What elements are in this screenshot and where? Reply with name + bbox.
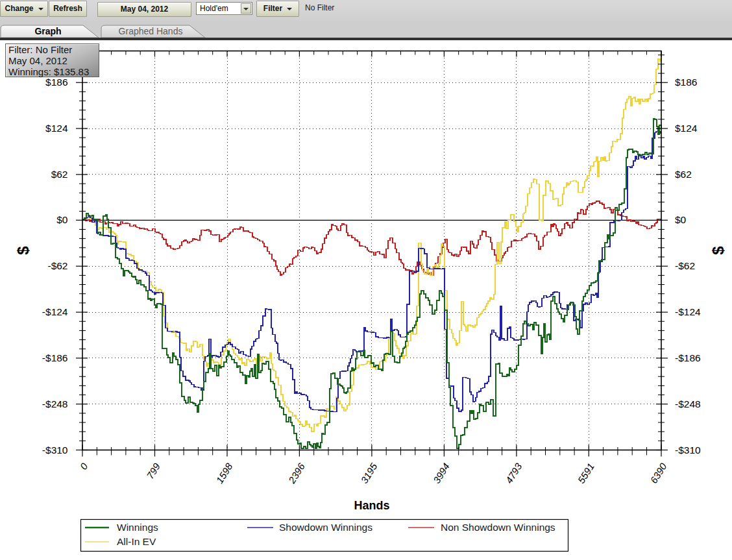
svg-text:0: 0: [78, 461, 90, 472]
svg-text:Winnings: Winnings: [117, 522, 158, 533]
svg-text:$: $: [709, 246, 727, 255]
svg-text:All-In EV: All-In EV: [117, 536, 156, 547]
svg-text:Hands: Hands: [354, 499, 389, 512]
svg-text:-$248: -$248: [42, 398, 68, 409]
svg-text:-$186: -$186: [675, 352, 701, 363]
svg-text:Graphed Hands: Graphed Hands: [119, 26, 183, 36]
svg-text:799: 799: [144, 461, 162, 481]
svg-text:-$62: -$62: [675, 260, 695, 271]
svg-text:4793: 4793: [503, 461, 524, 485]
svg-text:6390: 6390: [648, 461, 668, 485]
svg-text:-$310: -$310: [42, 444, 68, 456]
svg-text:$0: $0: [675, 214, 687, 225]
svg-text:Graph: Graph: [34, 26, 61, 36]
svg-text:3195: 3195: [358, 461, 379, 485]
svg-text:Non Showdown Winnings: Non Showdown Winnings: [441, 522, 555, 533]
svg-text:$: $: [14, 246, 32, 255]
svg-text:$0: $0: [56, 214, 68, 225]
svg-text:-$124: -$124: [42, 306, 68, 317]
svg-text:-$248: -$248: [675, 398, 701, 409]
svg-text:5591: 5591: [576, 461, 596, 485]
svg-text:$186: $186: [45, 77, 67, 88]
svg-text:$124: $124: [675, 123, 698, 134]
svg-text:$186: $186: [675, 77, 697, 88]
svg-text:1598: 1598: [214, 461, 234, 485]
svg-text:$124: $124: [45, 123, 68, 134]
svg-text:-$62: -$62: [47, 260, 67, 271]
svg-text:Showdown Winnings: Showdown Winnings: [279, 522, 372, 533]
svg-text:$62: $62: [51, 169, 68, 180]
svg-text:-$186: -$186: [42, 352, 68, 363]
svg-text:-$310: -$310: [675, 444, 701, 456]
svg-text:$62: $62: [675, 169, 692, 180]
svg-text:-$124: -$124: [675, 306, 701, 317]
svg-text:3994: 3994: [431, 461, 452, 485]
svg-text:2396: 2396: [286, 461, 307, 486]
